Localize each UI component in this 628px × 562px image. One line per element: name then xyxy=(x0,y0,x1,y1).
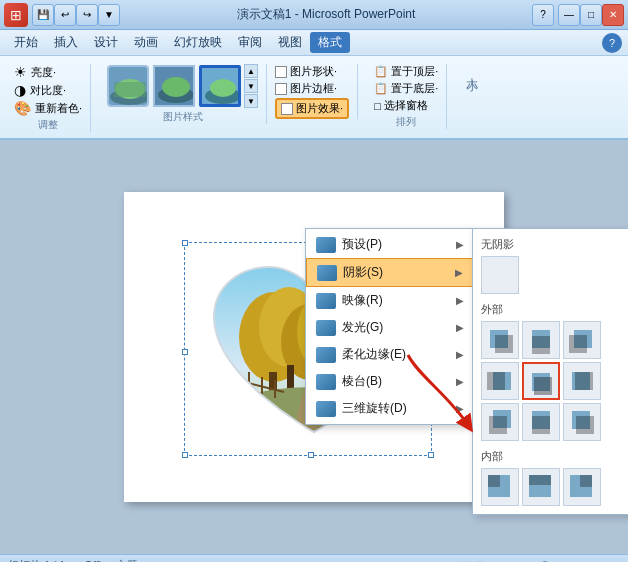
style-scroll-up[interactable]: ▲ xyxy=(244,64,258,78)
outer-shadow-b[interactable] xyxy=(522,403,560,441)
help-button[interactable]: ? xyxy=(602,33,622,53)
glow-icon xyxy=(316,320,336,336)
dropdown-item-shadow[interactable]: 阴影(S) ▶ xyxy=(306,258,474,287)
recolor-control[interactable]: 🎨 重新着色· xyxy=(14,100,82,116)
tab-view[interactable]: 视图 xyxy=(270,32,310,53)
inner-shadow-title: 内部 xyxy=(481,449,621,464)
zoom-fit[interactable]: ⊕ xyxy=(610,559,620,563)
no-shadow-title: 无阴影 xyxy=(481,237,621,252)
outer-shadow-title: 外部 xyxy=(481,302,621,317)
checkbox-shape xyxy=(275,66,287,78)
quick-access-save[interactable]: 💾 xyxy=(32,4,54,26)
tab-animation[interactable]: 动画 xyxy=(126,32,166,53)
outer-shadow-tl[interactable] xyxy=(481,321,519,359)
style-scroll-down[interactable]: ▼ xyxy=(244,79,258,93)
svg-rect-30 xyxy=(569,335,587,353)
checkbox-border xyxy=(275,83,287,95)
reflection-icon xyxy=(316,293,336,309)
picture-effect-row: 图片效果· xyxy=(275,98,349,119)
svg-rect-48 xyxy=(580,475,592,487)
style-thumbnails xyxy=(107,65,241,107)
inner-shadow-tl[interactable] xyxy=(481,468,519,506)
picture-border-btn[interactable]: 图片边框· xyxy=(290,81,337,96)
close-button[interactable]: ✕ xyxy=(602,4,624,26)
style-thumb-1[interactable] xyxy=(107,65,149,107)
contrast-control[interactable]: ◑ 对比度· xyxy=(14,82,82,98)
svg-rect-32 xyxy=(487,372,505,390)
svg-rect-42 xyxy=(576,416,594,434)
picture-options-group: 图片形状· 图片边框· 图片效果· xyxy=(275,64,358,119)
help-icon[interactable]: ? xyxy=(532,4,554,26)
outer-shadow-bl[interactable] xyxy=(481,403,519,441)
tab-format[interactable]: 格式 xyxy=(310,32,350,53)
handle-bl[interactable] xyxy=(182,452,188,458)
main-area: © syetem 预设(P) ▶ 阴影(S) ▶ xyxy=(0,140,628,554)
picture-shape-btn[interactable]: 图片形状· xyxy=(290,64,337,79)
dropdown-item-preset[interactable]: 预设(P) ▶ xyxy=(306,231,474,258)
picture-style-group: ▲ ▼ ▼ 图片样式 xyxy=(99,64,267,124)
picture-shape-row: 图片形状· xyxy=(275,64,349,79)
status-slide-count: 幻灯片 1 / 1 xyxy=(8,558,65,562)
brightness-control[interactable]: ☀ 亮度· xyxy=(14,64,82,80)
svg-rect-38 xyxy=(489,416,507,434)
shadow-submenu: 无阴影 外部 xyxy=(472,228,628,515)
bring-to-front[interactable]: 📋置于顶层· xyxy=(374,64,438,79)
outer-shadow-t[interactable] xyxy=(522,321,560,359)
tab-design[interactable]: 设计 xyxy=(86,32,126,53)
no-shadow-item[interactable] xyxy=(481,256,519,294)
title-bar: ⊞ 💾 ↩ ↪ ▼ 演示文稿1 - Microsoft PowerPoint ?… xyxy=(0,0,628,30)
outer-shadow-selected[interactable] xyxy=(522,362,560,400)
style-thumb-3[interactable] xyxy=(199,65,241,107)
handle-ml[interactable] xyxy=(182,349,188,355)
quick-access-redo[interactable]: ↪ xyxy=(76,4,98,26)
svg-rect-46 xyxy=(529,475,551,485)
preset-icon xyxy=(316,237,336,253)
svg-rect-28 xyxy=(532,336,550,354)
window-title: 演示文稿1 - Microsoft PowerPoint xyxy=(120,6,532,23)
quick-access-dropdown[interactable]: ▼ xyxy=(98,4,120,26)
dropdown-item-reflection[interactable]: 映像(R) ▶ xyxy=(306,287,474,314)
checkbox-effect xyxy=(281,103,293,115)
red-arrow xyxy=(398,345,478,445)
picture-style-label: 图片样式 xyxy=(163,110,203,124)
inner-shadow-t[interactable] xyxy=(522,468,560,506)
handle-tl[interactable] xyxy=(182,240,188,246)
outer-shadow-br[interactable] xyxy=(563,403,601,441)
picture-border-row: 图片边框· xyxy=(275,81,349,96)
tab-review[interactable]: 审阅 xyxy=(230,32,270,53)
svg-point-6 xyxy=(162,77,190,97)
minimize-button[interactable]: — xyxy=(558,4,580,26)
tab-slideshow[interactable]: 幻灯放映 xyxy=(166,32,230,53)
outer-shadow-l[interactable] xyxy=(481,362,519,400)
style-dropdown[interactable]: ▼ xyxy=(244,94,258,108)
status-bar: 幻灯片 1 / 1 | Office 主题 ⊞ ⊟ ▶ 54% ⊕ xyxy=(0,554,628,562)
svg-rect-40 xyxy=(532,416,550,434)
restore-button[interactable]: □ xyxy=(580,4,602,26)
status-theme: Office 主题 xyxy=(84,558,138,562)
3d-rotation-icon xyxy=(316,401,336,417)
shadow-icon xyxy=(317,265,337,281)
outer-shadow-tr[interactable] xyxy=(563,321,601,359)
ribbon-tabs: 开始 插入 设计 动画 幻灯放映 审阅 视图 格式 ? xyxy=(0,30,628,56)
handle-bm[interactable] xyxy=(308,452,314,458)
dropdown-item-glow[interactable]: 发光(G) ▶ xyxy=(306,314,474,341)
adjust-group: ☀ 亮度· ◑ 对比度· 🎨 重新着色· 调整 xyxy=(6,64,91,132)
soften-icon xyxy=(316,347,336,363)
svg-rect-3 xyxy=(114,82,146,97)
quick-access-undo[interactable]: ↩ xyxy=(54,4,76,26)
svg-rect-44 xyxy=(488,475,500,487)
bevel-icon xyxy=(316,374,336,390)
svg-point-9 xyxy=(210,79,236,97)
inner-shadow-tr[interactable] xyxy=(563,468,601,506)
picture-effect-btn[interactable]: 图片效果· xyxy=(296,101,343,116)
arrange-group: 📋置于顶层· 📋置于底层· □选择窗格 排列 xyxy=(366,64,447,129)
outer-shadow-r[interactable] xyxy=(563,362,601,400)
send-to-back[interactable]: 📋置于底层· xyxy=(374,81,438,96)
handle-br[interactable] xyxy=(428,452,434,458)
tab-insert[interactable]: 插入 xyxy=(46,32,86,53)
selection-pane[interactable]: □选择窗格 xyxy=(374,98,438,113)
tab-home[interactable]: 开始 xyxy=(6,32,46,53)
svg-rect-36 xyxy=(575,372,593,390)
svg-rect-34 xyxy=(534,377,552,395)
style-thumb-2[interactable] xyxy=(153,65,195,107)
